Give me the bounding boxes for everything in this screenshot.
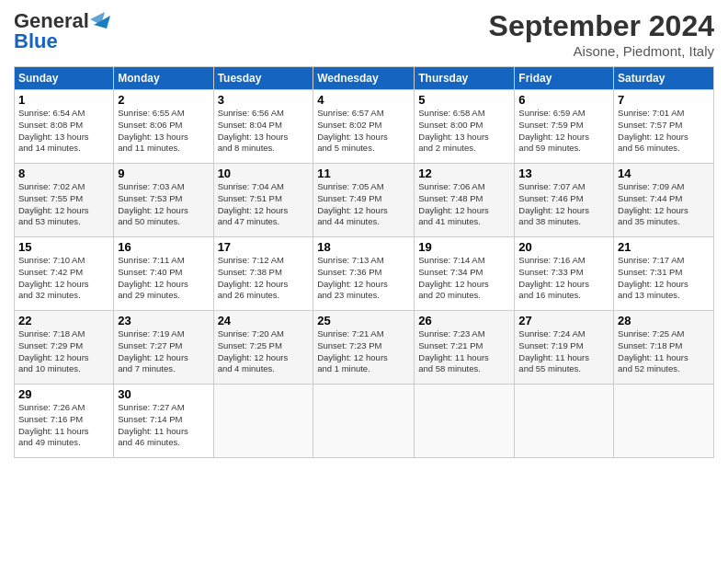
calendar-body: 1Sunrise: 6:54 AMSunset: 8:08 PMDaylight…: [15, 90, 714, 458]
day-info: Sunrise: 7:18 AMSunset: 7:29 PMDaylight:…: [18, 328, 109, 375]
day-number: 28: [618, 314, 710, 327]
table-row: 5Sunrise: 6:58 AMSunset: 8:00 PMDaylight…: [415, 90, 515, 164]
day-number: 16: [118, 240, 209, 254]
day-number: 18: [317, 240, 410, 254]
day-number: 29: [18, 387, 109, 401]
table-row: 24Sunrise: 7:20 AMSunset: 7:25 PMDayligh…: [213, 311, 313, 385]
day-info: Sunrise: 6:57 AMSunset: 8:02 PMDaylight:…: [317, 108, 410, 155]
day-number: 13: [518, 167, 609, 180]
day-number: 9: [118, 167, 209, 180]
day-number: 6: [518, 93, 609, 107]
day-info: Sunrise: 7:02 AMSunset: 7:55 PMDaylight:…: [18, 181, 109, 228]
table-row: 4Sunrise: 6:57 AMSunset: 8:02 PMDaylight…: [313, 90, 415, 164]
day-number: 30: [118, 387, 209, 401]
logo-blue: Blue: [14, 29, 58, 53]
day-info: Sunrise: 7:04 AMSunset: 7:51 PMDaylight:…: [218, 181, 310, 228]
table-row: 2Sunrise: 6:55 AMSunset: 8:06 PMDaylight…: [114, 90, 213, 164]
table-row: 25Sunrise: 7:21 AMSunset: 7:23 PMDayligh…: [313, 311, 415, 385]
col-monday: Monday: [114, 67, 213, 90]
day-number: 19: [418, 240, 510, 254]
day-info: Sunrise: 7:14 AMSunset: 7:34 PMDaylight:…: [418, 255, 510, 302]
day-info: Sunrise: 7:17 AMSunset: 7:31 PMDaylight:…: [618, 255, 710, 302]
day-info: Sunrise: 7:24 AMSunset: 7:19 PMDaylight:…: [518, 328, 609, 375]
col-friday: Friday: [515, 67, 614, 90]
col-tuesday: Tuesday: [213, 67, 313, 90]
day-info: Sunrise: 7:16 AMSunset: 7:33 PMDaylight:…: [518, 255, 609, 302]
table-row: [213, 385, 313, 458]
table-row: 21Sunrise: 7:17 AMSunset: 7:31 PMDayligh…: [614, 237, 714, 311]
location: Aisone, Piedmont, Italy: [489, 43, 714, 59]
day-number: 15: [18, 240, 109, 254]
table-row: 17Sunrise: 7:12 AMSunset: 7:38 PMDayligh…: [213, 237, 313, 311]
day-info: Sunrise: 6:54 AMSunset: 8:08 PMDaylight:…: [18, 108, 109, 155]
title-block: September 2024 Aisone, Piedmont, Italy: [489, 9, 714, 59]
day-number: 22: [18, 314, 109, 327]
calendar-row: 8Sunrise: 7:02 AMSunset: 7:55 PMDaylight…: [15, 164, 714, 237]
table-row: 9Sunrise: 7:03 AMSunset: 7:53 PMDaylight…: [114, 164, 213, 237]
table-row: 28Sunrise: 7:25 AMSunset: 7:18 PMDayligh…: [614, 311, 714, 385]
day-info: Sunrise: 7:05 AMSunset: 7:49 PMDaylight:…: [317, 181, 410, 228]
day-number: 4: [317, 93, 410, 107]
table-row: [415, 385, 515, 458]
table-row: 1Sunrise: 6:54 AMSunset: 8:08 PMDaylight…: [15, 90, 114, 164]
logo-arrow-icon: [90, 12, 110, 29]
table-row: 10Sunrise: 7:04 AMSunset: 7:51 PMDayligh…: [213, 164, 313, 237]
day-number: 8: [18, 167, 109, 180]
table-row: [313, 385, 415, 458]
table-row: 14Sunrise: 7:09 AMSunset: 7:44 PMDayligh…: [614, 164, 714, 237]
calendar-row: 1Sunrise: 6:54 AMSunset: 8:08 PMDaylight…: [15, 90, 714, 164]
col-wednesday: Wednesday: [313, 67, 415, 90]
day-info: Sunrise: 7:26 AMSunset: 7:16 PMDaylight:…: [18, 402, 109, 449]
day-number: 1: [18, 93, 109, 107]
day-info: Sunrise: 6:55 AMSunset: 8:06 PMDaylight:…: [118, 108, 209, 155]
col-thursday: Thursday: [415, 67, 515, 90]
header: General Blue September 2024 Aisone, Pied…: [14, 9, 714, 59]
day-info: Sunrise: 7:11 AMSunset: 7:40 PMDaylight:…: [118, 255, 209, 302]
table-row: 22Sunrise: 7:18 AMSunset: 7:29 PMDayligh…: [15, 311, 114, 385]
table-row: 27Sunrise: 7:24 AMSunset: 7:19 PMDayligh…: [515, 311, 614, 385]
header-row: Sunday Monday Tuesday Wednesday Thursday…: [15, 67, 714, 90]
day-number: 5: [418, 93, 510, 107]
day-info: Sunrise: 6:56 AMSunset: 8:04 PMDaylight:…: [218, 108, 310, 155]
table-row: 11Sunrise: 7:05 AMSunset: 7:49 PMDayligh…: [313, 164, 415, 237]
day-info: Sunrise: 7:20 AMSunset: 7:25 PMDaylight:…: [218, 328, 310, 375]
day-info: Sunrise: 7:12 AMSunset: 7:38 PMDaylight:…: [218, 255, 310, 302]
day-info: Sunrise: 6:58 AMSunset: 8:00 PMDaylight:…: [418, 108, 510, 155]
table-row: 19Sunrise: 7:14 AMSunset: 7:34 PMDayligh…: [415, 237, 515, 311]
table-row: 8Sunrise: 7:02 AMSunset: 7:55 PMDaylight…: [15, 164, 114, 237]
day-info: Sunrise: 7:06 AMSunset: 7:48 PMDaylight:…: [418, 181, 510, 228]
table-row: 3Sunrise: 6:56 AMSunset: 8:04 PMDaylight…: [213, 90, 313, 164]
day-number: 20: [518, 240, 609, 254]
day-info: Sunrise: 7:25 AMSunset: 7:18 PMDaylight:…: [618, 328, 710, 375]
day-number: 2: [118, 93, 209, 107]
calendar-row: 29Sunrise: 7:26 AMSunset: 7:16 PMDayligh…: [15, 385, 714, 458]
day-number: 23: [118, 314, 209, 327]
day-info: Sunrise: 7:09 AMSunset: 7:44 PMDaylight:…: [618, 181, 710, 228]
day-info: Sunrise: 7:07 AMSunset: 7:46 PMDaylight:…: [518, 181, 609, 228]
day-number: 25: [317, 314, 410, 327]
day-number: 12: [418, 167, 510, 180]
calendar-row: 15Sunrise: 7:10 AMSunset: 7:42 PMDayligh…: [15, 237, 714, 311]
day-number: 10: [218, 167, 310, 180]
day-info: Sunrise: 7:19 AMSunset: 7:27 PMDaylight:…: [118, 328, 209, 375]
day-info: Sunrise: 7:21 AMSunset: 7:23 PMDaylight:…: [317, 328, 410, 375]
logo: General Blue: [14, 9, 110, 53]
day-number: 14: [618, 167, 710, 180]
day-number: 7: [618, 93, 710, 107]
main-container: General Blue September 2024 Aisone, Pied…: [0, 0, 728, 467]
calendar-table: Sunday Monday Tuesday Wednesday Thursday…: [14, 66, 714, 458]
day-number: 21: [618, 240, 710, 254]
day-info: Sunrise: 7:13 AMSunset: 7:36 PMDaylight:…: [317, 255, 410, 302]
table-row: 18Sunrise: 7:13 AMSunset: 7:36 PMDayligh…: [313, 237, 415, 311]
table-row: 15Sunrise: 7:10 AMSunset: 7:42 PMDayligh…: [15, 237, 114, 311]
table-row: 6Sunrise: 6:59 AMSunset: 7:59 PMDaylight…: [515, 90, 614, 164]
day-number: 27: [518, 314, 609, 327]
table-row: 29Sunrise: 7:26 AMSunset: 7:16 PMDayligh…: [15, 385, 114, 458]
table-row: [515, 385, 614, 458]
table-row: 30Sunrise: 7:27 AMSunset: 7:14 PMDayligh…: [114, 385, 213, 458]
day-info: Sunrise: 7:27 AMSunset: 7:14 PMDaylight:…: [118, 402, 209, 449]
table-row: 23Sunrise: 7:19 AMSunset: 7:27 PMDayligh…: [114, 311, 213, 385]
col-saturday: Saturday: [614, 67, 714, 90]
month-title: September 2024: [489, 9, 714, 43]
day-number: 17: [218, 240, 310, 254]
